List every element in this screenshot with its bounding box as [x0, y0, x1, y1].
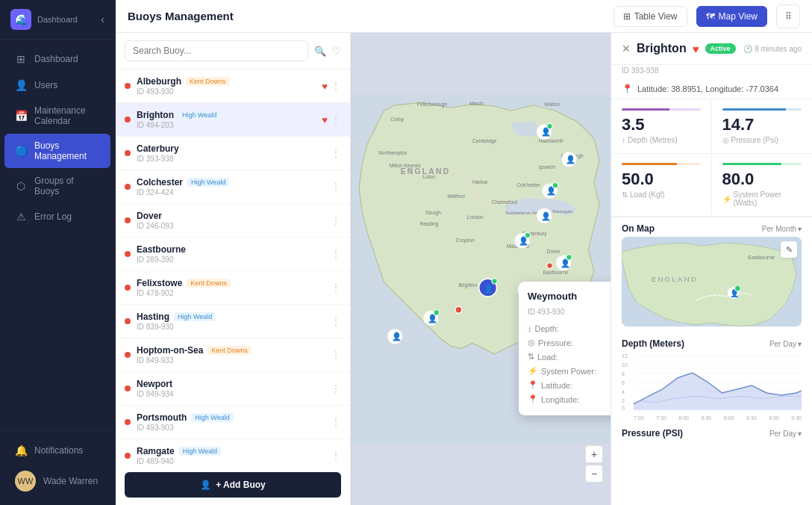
svg-text:0: 0: [622, 406, 625, 411]
list-item[interactable]: Caterbury ID 393-938 ⋮: [116, 137, 350, 170]
table-view-button[interactable]: ⊞ Table View: [613, 6, 687, 27]
buoy-more-icon[interactable]: ⋮: [331, 450, 341, 462]
svg-text:Reading: Reading: [420, 221, 439, 227]
buoy-favorite-icon[interactable]: ♥: [322, 81, 328, 92]
depth-dropdown[interactable]: Per Day ▾: [769, 340, 802, 348]
pressure-label: ◎ Pressure (Psi): [722, 136, 802, 144]
svg-text:Colchester: Colchester: [516, 182, 541, 188]
svg-point-51: [492, 279, 497, 284]
sidebar-item-user[interactable]: WW Wade Warren: [4, 464, 110, 498]
zoom-out-button[interactable]: −: [585, 465, 603, 483]
coords-icon: 📍: [622, 84, 633, 94]
mini-map[interactable]: ENGLAND 👤 Eastbourne ✎: [622, 237, 802, 326]
sidebar-item-dashboard[interactable]: ⊞ Dashboard: [4, 46, 110, 72]
panel-favorite-icon[interactable]: ♥: [693, 43, 699, 55]
sidebar-item-label: Maintenance Calendar: [34, 105, 100, 126]
list-item[interactable]: Felixstowe Kent Downs ID 478-902 ⋮: [116, 271, 350, 305]
popup-pressure-label: ◎ Pressure:: [528, 338, 573, 347]
buoy-name: Dover: [137, 211, 162, 221]
load-icon: ⇅: [528, 352, 534, 362]
mini-map-edit-button[interactable]: ✎: [781, 241, 797, 258]
table-icon: ⊞: [623, 11, 631, 22]
search-input[interactable]: [125, 40, 308, 61]
list-item[interactable]: Hasting High Weald ID 839-930 ⋮: [116, 305, 350, 338]
sidebar-item-users[interactable]: 👤 Users: [4, 72, 110, 98]
sidebar-nav: ⊞ Dashboard 👤 Users 📅 Maintenance Calend…: [0, 40, 115, 430]
lon-icon: 📍: [528, 394, 538, 404]
buoy-info: Portsmouth High Weald ID 493-903: [137, 412, 331, 432]
sidebar-notifications-label: Notifications: [34, 445, 83, 456]
sidebar-item-label: Groups of Buoys: [34, 176, 100, 196]
favorites-icon[interactable]: ♡: [332, 46, 341, 57]
on-map-dropdown[interactable]: Per Month ▾: [762, 225, 802, 233]
buoy-info: Hasting High Weald ID 839-930: [137, 312, 331, 331]
buoy-more-icon[interactable]: ⋮: [331, 80, 341, 92]
svg-text:Corby: Corby: [390, 117, 404, 123]
notification-icon: 🔔: [15, 444, 27, 456]
pressure-icon: ◎: [528, 338, 535, 347]
buoy-info: Albeburgh Kent Downs ID 493-930: [137, 76, 322, 96]
detail-panel: ✕ Brighton ♥ Active 🕐 8 minutes ago ID 3…: [610, 33, 812, 505]
list-item[interactable]: Newport ID 849-934 ⋮: [116, 372, 350, 406]
buoy-more-icon[interactable]: ⋮: [331, 282, 341, 294]
sidebar-item-maintenance[interactable]: 📅 Maintenance Calendar: [4, 99, 110, 133]
list-item[interactable]: Eastbourne ID 289-390 ⋮: [116, 238, 350, 271]
svg-text:Luton: Luton: [422, 174, 435, 179]
buoy-more-icon[interactable]: ⋮: [331, 181, 341, 193]
buoy-id: ID 324-424: [137, 188, 331, 196]
panel-close-button[interactable]: ✕: [622, 43, 631, 55]
svg-text:Northampton: Northampton: [378, 150, 407, 156]
buoy-more-icon[interactable]: ⋮: [331, 349, 341, 361]
svg-point-65: [734, 285, 740, 291]
popup-load-label: ⇅ Load:: [528, 352, 558, 362]
list-item[interactable]: Hoptom-on-Sea Kent Downs ID 849-933 ⋮: [116, 338, 350, 372]
zoom-in-button[interactable]: +: [585, 445, 603, 463]
buoy-info: Brighton High Weald ID 494-203: [137, 110, 322, 129]
popup-power-label: ⚡ System Power:: [528, 366, 596, 376]
grid-options-button[interactable]: ⠿: [776, 4, 800, 28]
sidebar-item-buoys[interactable]: 🔵 Buoys Management: [4, 134, 110, 168]
buoy-more-icon[interactable]: ⋮: [331, 416, 341, 428]
popup-lon-row: 📍 Longitude: -77.0364: [528, 392, 610, 406]
buoy-more-icon[interactable]: ⋮: [331, 248, 341, 260]
sidebar-item-label: Error Log: [34, 211, 72, 222]
panel-time-ago: 🕐 8 minutes ago: [743, 45, 802, 53]
sidebar-item-errorlog[interactable]: ⚠ Error Log: [4, 204, 110, 229]
depth-value: 3.5: [622, 115, 701, 134]
svg-point-45: [525, 232, 530, 238]
list-item[interactable]: Ramgate High Weald ID 489-940 ⋮: [116, 439, 350, 465]
list-item[interactable]: Dover ID 246-093 ⋮: [116, 204, 350, 238]
buoy-more-icon[interactable]: ⋮: [331, 114, 341, 126]
list-item[interactable]: Portsmouth High Weald ID 493-903 ⋮: [116, 406, 350, 439]
list-item[interactable]: Albeburgh Kent Downs ID 493-930 ♥ ⋮: [116, 69, 350, 103]
buoy-more-icon[interactable]: ⋮: [331, 315, 341, 327]
search-icon[interactable]: 🔍: [314, 46, 326, 57]
buoy-id: ID 489-940: [137, 457, 331, 465]
map-view-button[interactable]: 🗺 Map View: [696, 6, 767, 27]
sidebar-collapse-btn[interactable]: ‹: [101, 13, 104, 25]
buoy-name: Colchester: [137, 177, 183, 188]
buoy-more-icon[interactable]: ⋮: [331, 214, 341, 226]
map-area[interactable]: ENGLAND Peterborough March Corby Cambrid…: [351, 33, 610, 505]
add-buoy-button[interactable]: 👤 + Add Buoy: [125, 472, 341, 498]
panel-buoy-name: Brighton: [637, 42, 687, 55]
buoy-more-icon[interactable]: ⋮: [331, 382, 341, 394]
buoy-tag: Kent Downs: [187, 279, 231, 288]
groups-icon: ⬡: [15, 180, 27, 192]
users-icon: 👤: [15, 79, 27, 91]
buoy-name: Eastbourne: [137, 244, 186, 255]
status-dot: [125, 453, 131, 459]
pressure-dropdown[interactable]: Per Day ▾: [769, 430, 802, 438]
svg-point-56: [434, 310, 439, 315]
buoy-more-icon[interactable]: ⋮: [331, 147, 341, 159]
calendar-icon: 📅: [15, 110, 27, 122]
svg-text:👤: 👤: [484, 284, 493, 294]
svg-text:👤: 👤: [541, 211, 551, 221]
sidebar-item-notifications[interactable]: 🔔 Notifications: [4, 438, 110, 463]
table-view-label: Table View: [634, 11, 678, 22]
list-item[interactable]: Colchester High Weald ID 324-424 ⋮: [116, 170, 350, 204]
buoy-name: Hasting: [137, 312, 169, 322]
list-item[interactable]: Brighton High Weald ID 494-203 ♥ ⋮: [116, 103, 350, 137]
sidebar-item-groups[interactable]: ⬡ Groups of Buoys: [4, 169, 110, 203]
buoy-favorite-icon[interactable]: ♥: [322, 114, 328, 126]
